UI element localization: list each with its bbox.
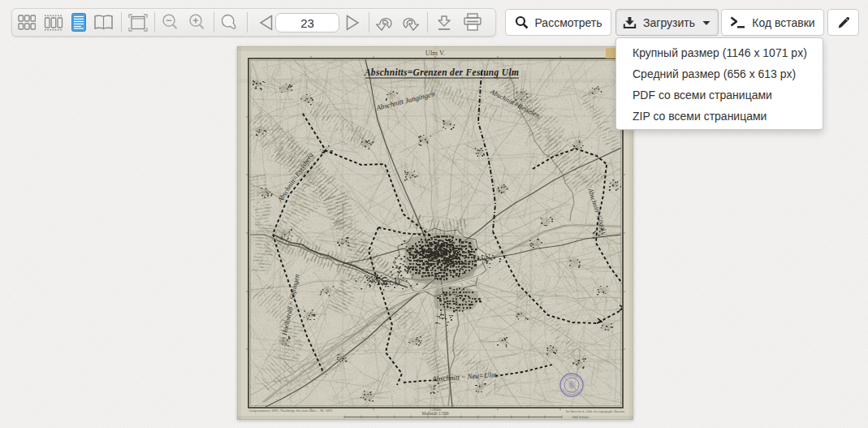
svg-text:Aufgenommen 1891. Nachträge bi: Aufgenommen 1891. Nachträge bis zum Jahr… — [248, 409, 332, 413]
svg-text:1000 Schritte: 1000 Schritte — [572, 415, 589, 419]
svg-text:Maßstab 1:500: Maßstab 1:500 — [422, 411, 449, 416]
svg-text:ULM: ULM — [383, 279, 401, 287]
svg-text:Ulm V.: Ulm V. — [425, 49, 445, 57]
svg-text:Im Büro der k. Abth. des topog: Im Büro der k. Abth. des topograph. Bure… — [566, 409, 624, 413]
svg-text:Abschnitts=Grenzen der Festung: Abschnitts=Grenzen der Festung Ulm — [364, 67, 519, 78]
